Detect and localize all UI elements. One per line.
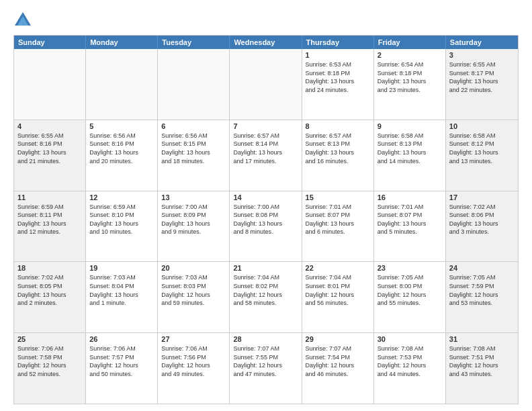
calendar-cell: 22Sunrise: 7:04 AM Sunset: 8:01 PM Dayli… xyxy=(302,262,374,332)
calendar-cell: 17Sunrise: 7:02 AM Sunset: 8:06 PM Dayli… xyxy=(446,191,518,262)
day-number: 23 xyxy=(378,264,442,272)
calendar-cell: 2Sunrise: 6:54 AM Sunset: 8:18 PM Daylig… xyxy=(374,49,446,120)
header xyxy=(13,11,519,30)
day-number: 17 xyxy=(449,193,515,201)
page: SundayMondayTuesdayWednesdayThursdayFrid… xyxy=(0,0,532,411)
cell-info: Sunrise: 7:06 AM Sunset: 7:57 PM Dayligh… xyxy=(89,345,154,378)
cell-info: Sunrise: 7:00 AM Sunset: 8:08 PM Dayligh… xyxy=(233,203,298,236)
calendar-cell: 29Sunrise: 7:07 AM Sunset: 7:54 PM Dayli… xyxy=(302,333,374,404)
calendar-cell: 5Sunrise: 6:56 AM Sunset: 8:16 PM Daylig… xyxy=(86,120,158,191)
calendar-cell: 23Sunrise: 7:05 AM Sunset: 8:00 PM Dayli… xyxy=(374,262,446,332)
calendar-row: 1Sunrise: 6:53 AM Sunset: 8:18 PM Daylig… xyxy=(14,49,518,120)
day-number: 24 xyxy=(449,264,515,272)
cell-info: Sunrise: 6:59 AM Sunset: 8:11 PM Dayligh… xyxy=(17,203,82,236)
calendar-cell: 21Sunrise: 7:04 AM Sunset: 8:02 PM Dayli… xyxy=(230,262,302,332)
day-number: 7 xyxy=(233,122,298,130)
calendar-cell: 6Sunrise: 6:56 AM Sunset: 8:15 PM Daylig… xyxy=(158,120,230,191)
calendar-cell: 31Sunrise: 7:08 AM Sunset: 7:51 PM Dayli… xyxy=(446,333,518,404)
day-number: 20 xyxy=(161,264,226,272)
calendar-cell: 24Sunrise: 7:05 AM Sunset: 7:59 PM Dayli… xyxy=(446,262,518,332)
day-number: 6 xyxy=(161,122,226,130)
calendar-cell: 11Sunrise: 6:59 AM Sunset: 8:11 PM Dayli… xyxy=(14,191,86,262)
cell-info: Sunrise: 6:53 AM Sunset: 8:18 PM Dayligh… xyxy=(306,60,370,94)
day-number: 15 xyxy=(306,193,370,201)
cell-info: Sunrise: 7:08 AM Sunset: 7:51 PM Dayligh… xyxy=(449,345,515,378)
cell-info: Sunrise: 7:05 AM Sunset: 8:00 PM Dayligh… xyxy=(378,273,442,307)
cell-info: Sunrise: 6:54 AM Sunset: 8:18 PM Dayligh… xyxy=(378,60,442,94)
calendar-cell: 25Sunrise: 7:06 AM Sunset: 7:58 PM Dayli… xyxy=(14,333,86,404)
day-number: 30 xyxy=(378,335,442,343)
calendar-header-cell: Friday xyxy=(374,36,446,49)
cell-info: Sunrise: 6:56 AM Sunset: 8:16 PM Dayligh… xyxy=(89,132,154,165)
day-number: 11 xyxy=(17,193,82,201)
day-number: 9 xyxy=(378,122,442,130)
calendar-cell: 13Sunrise: 7:00 AM Sunset: 8:09 PM Dayli… xyxy=(158,191,230,262)
calendar-cell: 15Sunrise: 7:01 AM Sunset: 8:07 PM Dayli… xyxy=(302,191,374,262)
day-number: 27 xyxy=(161,335,226,343)
calendar-header-cell: Wednesday xyxy=(230,36,302,49)
day-number: 25 xyxy=(17,335,82,343)
calendar-header-cell: Tuesday xyxy=(158,36,230,49)
day-number: 18 xyxy=(17,264,82,272)
logo-icon xyxy=(13,11,32,30)
calendar-cell: 10Sunrise: 6:58 AM Sunset: 8:12 PM Dayli… xyxy=(446,120,518,191)
cell-info: Sunrise: 6:57 AM Sunset: 8:13 PM Dayligh… xyxy=(306,132,370,165)
calendar-cell: 1Sunrise: 6:53 AM Sunset: 8:18 PM Daylig… xyxy=(302,49,374,120)
calendar-cell: 7Sunrise: 6:57 AM Sunset: 8:14 PM Daylig… xyxy=(230,120,302,191)
day-number: 31 xyxy=(449,335,515,343)
calendar-row: 4Sunrise: 6:55 AM Sunset: 8:16 PM Daylig… xyxy=(14,120,518,191)
calendar-header-cell: Saturday xyxy=(446,36,518,49)
cell-info: Sunrise: 7:04 AM Sunset: 8:02 PM Dayligh… xyxy=(233,273,298,307)
cell-info: Sunrise: 7:01 AM Sunset: 8:07 PM Dayligh… xyxy=(378,203,442,236)
calendar-cell: 30Sunrise: 7:08 AM Sunset: 7:53 PM Dayli… xyxy=(374,333,446,404)
calendar-row: 25Sunrise: 7:06 AM Sunset: 7:58 PM Dayli… xyxy=(14,332,518,404)
calendar-cell: 12Sunrise: 6:59 AM Sunset: 8:10 PM Dayli… xyxy=(86,191,158,262)
calendar-cell xyxy=(230,49,302,120)
day-number: 29 xyxy=(306,335,370,343)
calendar-cell: 27Sunrise: 7:06 AM Sunset: 7:56 PM Dayli… xyxy=(158,333,230,404)
calendar-cell: 14Sunrise: 7:00 AM Sunset: 8:08 PM Dayli… xyxy=(230,191,302,262)
day-number: 2 xyxy=(378,51,442,59)
cell-info: Sunrise: 7:06 AM Sunset: 7:58 PM Dayligh… xyxy=(17,345,82,378)
cell-info: Sunrise: 7:07 AM Sunset: 7:55 PM Dayligh… xyxy=(233,345,298,378)
cell-info: Sunrise: 7:00 AM Sunset: 8:09 PM Dayligh… xyxy=(161,203,226,236)
calendar-cell: 28Sunrise: 7:07 AM Sunset: 7:55 PM Dayli… xyxy=(230,333,302,404)
calendar-header: SundayMondayTuesdayWednesdayThursdayFrid… xyxy=(14,36,518,49)
calendar-cell xyxy=(14,49,86,120)
day-number: 3 xyxy=(449,51,515,59)
cell-info: Sunrise: 7:03 AM Sunset: 8:03 PM Dayligh… xyxy=(161,273,226,307)
cell-info: Sunrise: 6:57 AM Sunset: 8:14 PM Dayligh… xyxy=(233,132,298,165)
calendar-header-cell: Sunday xyxy=(14,36,86,49)
cell-info: Sunrise: 6:58 AM Sunset: 8:12 PM Dayligh… xyxy=(449,132,515,165)
cell-info: Sunrise: 7:08 AM Sunset: 7:53 PM Dayligh… xyxy=(378,345,442,378)
calendar-cell: 4Sunrise: 6:55 AM Sunset: 8:16 PM Daylig… xyxy=(14,120,86,191)
calendar-cell: 3Sunrise: 6:55 AM Sunset: 8:17 PM Daylig… xyxy=(446,49,518,120)
day-number: 28 xyxy=(233,335,298,343)
calendar-cell: 19Sunrise: 7:03 AM Sunset: 8:04 PM Dayli… xyxy=(86,262,158,332)
cell-info: Sunrise: 7:07 AM Sunset: 7:54 PM Dayligh… xyxy=(306,345,370,378)
calendar-header-cell: Monday xyxy=(86,36,158,49)
calendar-header-cell: Thursday xyxy=(302,36,374,49)
cell-info: Sunrise: 6:55 AM Sunset: 8:17 PM Dayligh… xyxy=(449,60,515,94)
cell-info: Sunrise: 7:06 AM Sunset: 7:56 PM Dayligh… xyxy=(161,345,226,378)
day-number: 22 xyxy=(306,264,370,272)
logo xyxy=(13,11,35,30)
calendar-row: 18Sunrise: 7:02 AM Sunset: 8:05 PM Dayli… xyxy=(14,261,518,332)
day-number: 10 xyxy=(449,122,515,130)
day-number: 5 xyxy=(89,122,154,130)
day-number: 13 xyxy=(161,193,226,201)
calendar-body: 1Sunrise: 6:53 AM Sunset: 8:18 PM Daylig… xyxy=(14,49,518,404)
day-number: 19 xyxy=(89,264,154,272)
calendar-cell: 16Sunrise: 7:01 AM Sunset: 8:07 PM Dayli… xyxy=(374,191,446,262)
day-number: 26 xyxy=(89,335,154,343)
cell-info: Sunrise: 7:02 AM Sunset: 8:06 PM Dayligh… xyxy=(449,203,515,236)
calendar-cell: 8Sunrise: 6:57 AM Sunset: 8:13 PM Daylig… xyxy=(302,120,374,191)
day-number: 4 xyxy=(17,122,82,130)
cell-info: Sunrise: 6:58 AM Sunset: 8:13 PM Dayligh… xyxy=(378,132,442,165)
cell-info: Sunrise: 6:56 AM Sunset: 8:15 PM Dayligh… xyxy=(161,132,226,165)
cell-info: Sunrise: 7:01 AM Sunset: 8:07 PM Dayligh… xyxy=(306,203,370,236)
calendar-cell xyxy=(158,49,230,120)
cell-info: Sunrise: 7:03 AM Sunset: 8:04 PM Dayligh… xyxy=(89,273,154,307)
cell-info: Sunrise: 6:59 AM Sunset: 8:10 PM Dayligh… xyxy=(89,203,154,236)
calendar: SundayMondayTuesdayWednesdayThursdayFrid… xyxy=(13,35,519,404)
